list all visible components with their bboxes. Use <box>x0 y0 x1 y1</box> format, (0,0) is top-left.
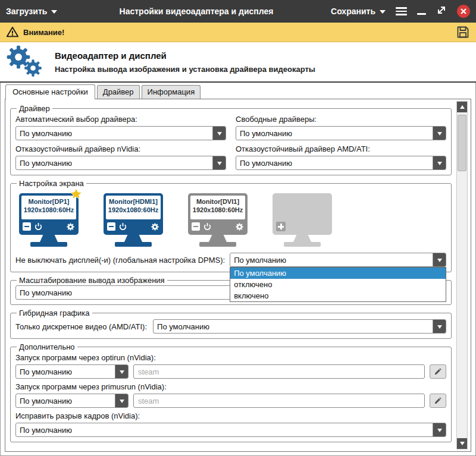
screen-section: Настройка экрана Monitor[DP1] 1920x1080:… <box>10 179 452 272</box>
scrollbar-track[interactable] <box>456 101 468 449</box>
dropdown-arrow-icon[interactable] <box>433 423 446 436</box>
monitor-list: Monitor[DP1] 1920x1080:60Hz <box>15 188 446 248</box>
field-label: Отказоустойчивый драйвер AMD/ATI: <box>236 144 446 153</box>
scaling-section-legend: Масштабирование вывода изображения <box>17 276 167 285</box>
monitor-screen: Monitor[HDMI1] 1920x1080:60Hz <box>104 193 163 235</box>
warning-bar: Внимание! <box>0 23 476 42</box>
dpms-dropdown-list: По умолчанию отключено включено <box>230 267 446 302</box>
primusrun-label: Запуск программ через primusrun (nVidia)… <box>15 382 446 391</box>
primusrun-edit-button[interactable] <box>430 394 446 408</box>
primusrun-select[interactable]: По умолчанию <box>15 394 129 408</box>
power-icon[interactable] <box>118 222 127 231</box>
dropdown-arrow-icon[interactable] <box>433 127 446 140</box>
tab-panel: Драйвер Автоматический выбор драйвера: П… <box>5 99 471 452</box>
hybrid-section-legend: Гибридная графика <box>17 309 92 317</box>
failsafe-nvidia-select[interactable]: По умолчанию <box>15 156 226 170</box>
titlebar: Загрузить Настройки видеоадаптера и дисп… <box>0 0 476 23</box>
power-icon[interactable] <box>34 222 43 231</box>
monitor-remove-icon[interactable] <box>23 222 31 231</box>
hybrid-section: Гибридная графика Только дискретное виде… <box>10 309 452 339</box>
warning-icon <box>6 26 19 39</box>
driver-section-legend: Драйвер <box>17 104 52 113</box>
monitor-add-slot[interactable] <box>273 193 332 247</box>
add-monitor-icon[interactable] <box>276 222 286 231</box>
load-button[interactable]: Загрузить <box>6 7 57 17</box>
frame-tearing-select[interactable]: По умолчанию <box>15 423 446 437</box>
app-header: Видеоадаптер и дисплей Настройка вывода … <box>0 42 476 83</box>
tab-bar: Основные настройки Драйвер Информация <box>0 83 476 99</box>
field-label: Отказоустойчивый драйвер nVidia: <box>15 144 226 153</box>
dropdown-option-on[interactable]: включено <box>230 290 446 301</box>
power-icon[interactable] <box>203 222 212 231</box>
gear-icon[interactable] <box>151 222 159 231</box>
screen-section-legend: Настройка экрана <box>17 179 86 188</box>
driver-section: Драйвер Автоматический выбор драйвера: П… <box>10 104 452 175</box>
scrollbar-down-button[interactable] <box>457 438 467 449</box>
dropdown-arrow-icon[interactable] <box>212 127 226 140</box>
expand-icon <box>436 5 447 15</box>
maximize-button[interactable] <box>436 5 447 18</box>
page-subtitle: Настройка вывода изображения и установка… <box>55 65 315 74</box>
save-to-file-button[interactable] <box>456 25 470 39</box>
monitor-remove-icon[interactable] <box>107 222 115 231</box>
caret-down-icon <box>51 10 57 17</box>
minimize-button[interactable] <box>417 13 426 15</box>
pencil-icon <box>434 397 442 405</box>
close-icon <box>460 8 467 15</box>
dropdown-option-default[interactable]: По умолчанию <box>230 268 446 279</box>
gear-icon[interactable] <box>66 222 75 231</box>
monitor-resolution: 1920x1080:60Hz <box>21 206 76 213</box>
field-label: Свободные драйверы: <box>236 115 446 124</box>
additional-section: Дополнительно Запуск программ через opti… <box>10 342 452 442</box>
monitor-name: Monitor[HDMI1] <box>106 198 161 205</box>
dropdown-option-off[interactable]: отключено <box>230 279 446 290</box>
primusrun-input[interactable] <box>133 394 425 408</box>
page-title: Видеоадаптер и дисплей <box>55 51 315 61</box>
optirun-select[interactable]: По умолчанию <box>15 364 129 379</box>
window-title: Настройки видеоадаптера и дисплея <box>60 7 333 16</box>
hybrid-label: Только дискретное видео (AMD/ATI): <box>15 322 147 331</box>
tab-driver[interactable]: Драйвер <box>97 85 140 99</box>
titlebar-controls: Сохранить <box>331 5 470 18</box>
save-button-label: Сохранить <box>331 7 375 16</box>
app-window: Загрузить Настройки видеоадаптера и дисп… <box>0 0 476 456</box>
gear-icon[interactable] <box>235 222 244 231</box>
monitor-name: Monitor[DP1] <box>21 198 76 205</box>
monitor-screen <box>273 193 332 235</box>
auto-driver-select[interactable]: По умолчанию <box>15 126 226 140</box>
monitor-screen: Monitor[DVI1] 1920x1080:60Hz <box>188 193 248 235</box>
scrollbar-up-button[interactable] <box>457 102 467 112</box>
dropdown-arrow-icon[interactable] <box>115 394 128 407</box>
monitor-remove-icon[interactable] <box>192 222 200 231</box>
warning-text: Внимание! <box>23 28 64 37</box>
load-button-label: Загрузить <box>6 7 47 16</box>
dropdown-arrow-icon[interactable] <box>433 320 446 333</box>
caret-down-icon <box>380 10 386 17</box>
dropdown-arrow-icon[interactable] <box>433 253 446 266</box>
monitor-hdmi1[interactable]: Monitor[HDMI1] 1920x1080:60Hz <box>104 193 163 247</box>
free-drivers-select[interactable]: По умолчанию <box>236 126 446 140</box>
close-button[interactable] <box>457 5 470 18</box>
additional-section-legend: Дополнительно <box>17 342 77 351</box>
optirun-input[interactable] <box>133 364 425 379</box>
monitor-resolution: 1920x1080:60Hz <box>190 206 245 213</box>
pencil-icon <box>434 367 442 376</box>
monitor-dp1[interactable]: Monitor[DP1] 1920x1080:60Hz <box>19 193 79 247</box>
tab-main-settings[interactable]: Основные настройки <box>5 84 95 99</box>
scrollbar-thumb[interactable] <box>458 115 466 171</box>
tab-information[interactable]: Информация <box>142 85 201 99</box>
primary-star-icon <box>69 187 83 202</box>
save-button[interactable]: Сохранить <box>331 7 386 17</box>
failsafe-amd-select[interactable]: По умолчанию <box>236 156 446 170</box>
dropdown-arrow-icon[interactable] <box>212 156 226 169</box>
monitor-name: Monitor[DVI1] <box>190 198 245 205</box>
monitor-dvi1[interactable]: Monitor[DVI1] 1920x1080:60Hz <box>188 193 248 247</box>
dropdown-arrow-icon[interactable] <box>433 156 446 169</box>
dropdown-arrow-icon[interactable] <box>115 365 128 378</box>
dpms-label: Не выключать дисплей(-и) (глобальная нас… <box>15 256 225 265</box>
optirun-edit-button[interactable] <box>430 364 446 379</box>
menu-icon[interactable] <box>396 6 407 17</box>
dpms-select[interactable]: По умолчанию <box>230 253 446 267</box>
frame-tearing-label: Исправить разрыв кадров (nVidia): <box>15 411 446 420</box>
discrete-video-select[interactable]: По умолчанию <box>153 319 446 334</box>
